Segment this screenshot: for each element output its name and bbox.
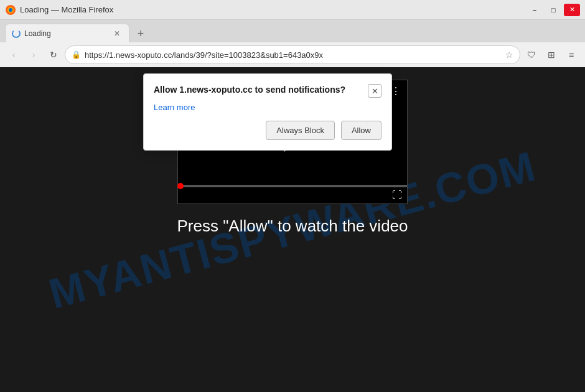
- press-allow-text: Press "Allow" to watch the video: [177, 217, 408, 236]
- tabs-bar: Loading ✕ +: [0, 20, 585, 42]
- svg-point-2: [9, 8, 12, 12]
- video-bottom: ⛶: [178, 185, 407, 203]
- popup-close-button[interactable]: ✕: [368, 84, 381, 98]
- reload-button[interactable]: ↻: [45, 46, 62, 63]
- always-block-button[interactable]: Always Block: [266, 121, 335, 140]
- learn-more-link[interactable]: Learn more: [154, 103, 381, 112]
- toolbar-right: 🛡 ⊞ ≡: [523, 46, 580, 63]
- tab-close-button[interactable]: ✕: [111, 28, 123, 39]
- menu-button[interactable]: ≡: [563, 46, 580, 63]
- address-bar-icons: 🔒: [72, 50, 81, 59]
- titlebar-title: Loading — Mozilla Firefox: [20, 5, 113, 14]
- back-button[interactable]: ‹: [5, 46, 22, 63]
- new-tab-button[interactable]: +: [132, 25, 149, 42]
- popup-buttons: Always Block Allow: [154, 121, 381, 140]
- fullscreen-icon[interactable]: ⛶: [392, 190, 402, 201]
- shield-toolbar-icon[interactable]: 🛡: [523, 46, 540, 63]
- browser-tab[interactable]: Loading ✕: [5, 24, 129, 42]
- close-button[interactable]: ✕: [564, 4, 580, 16]
- tab-loading-indicator: [12, 29, 21, 38]
- popup-header: Allow 1.news-xoputo.cc to send notificat…: [154, 84, 381, 98]
- popup-question-text: Allow 1.news-xoputo.cc to send notificat…: [154, 84, 363, 96]
- titlebar-left: Loading — Mozilla Firefox: [5, 4, 113, 16]
- url-input[interactable]: [85, 50, 502, 60]
- tab-title: Loading: [24, 29, 108, 38]
- maximize-button[interactable]: □: [545, 4, 561, 16]
- titlebar: Loading — Mozilla Firefox − □ ✕: [0, 0, 585, 20]
- minimize-button[interactable]: −: [526, 4, 543, 16]
- progress-bar[interactable]: [178, 185, 407, 187]
- https-shield-icon: 🔒: [72, 50, 81, 59]
- extensions-icon[interactable]: ⊞: [543, 46, 560, 63]
- firefox-logo-icon: [5, 4, 16, 16]
- progress-fill: [178, 185, 180, 187]
- allow-button[interactable]: Allow: [341, 121, 381, 140]
- tab-favicon: [12, 29, 21, 38]
- address-bar: 🔒 ☆: [65, 45, 520, 64]
- progress-knob: [177, 183, 184, 189]
- notification-popup: Allow 1.news-xoputo.cc to send notificat…: [143, 73, 392, 151]
- nav-bar: ‹ › ↻ 🔒 ☆ 🛡 ⊞ ≡: [0, 42, 585, 67]
- bookmark-star-icon[interactable]: ☆: [505, 50, 513, 60]
- page-content: MYANTISPYWARE.COM Allow 1.news-xoputo.cc…: [0, 67, 585, 392]
- video-bottom-controls: ⛶: [178, 187, 407, 203]
- titlebar-controls: − □ ✕: [526, 4, 580, 16]
- more-options-icon[interactable]: ⋮: [391, 85, 401, 97]
- forward-button[interactable]: ›: [25, 46, 42, 63]
